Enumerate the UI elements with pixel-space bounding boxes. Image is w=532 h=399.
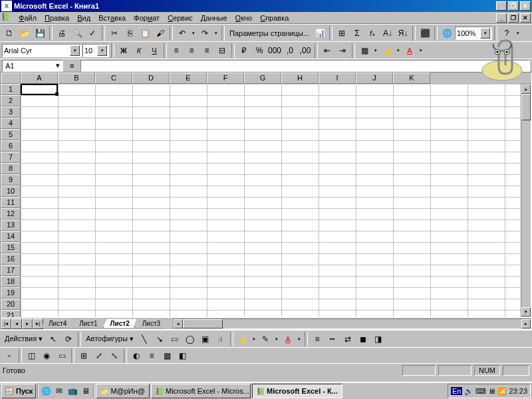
row-header[interactable]: 21: [1, 310, 21, 317]
x7-button[interactable]: ⤡: [107, 348, 122, 363]
align-center-button[interactable]: ≡: [184, 43, 199, 58]
fillcolor2-button[interactable]: ◢: [235, 332, 250, 346]
row-header[interactable]: 20: [1, 299, 21, 310]
row-header[interactable]: 1: [1, 84, 21, 95]
x9-button[interactable]: ≡: [144, 348, 159, 363]
col-header[interactable]: F: [207, 72, 244, 84]
font-combo[interactable]: Arial Cyr▾: [2, 44, 82, 57]
tray-icon[interactable]: 🖥: [488, 387, 495, 395]
dec-indent-button[interactable]: ⇤: [320, 43, 334, 58]
col-header[interactable]: A: [21, 72, 58, 84]
x8-button[interactable]: ◐: [129, 348, 144, 363]
horizontal-scrollbar[interactable]: ◂ ▸: [173, 319, 531, 329]
quicklaunch-icon[interactable]: 🌐: [40, 385, 52, 397]
x6-button[interactable]: ⤢: [92, 348, 106, 363]
name-box[interactable]: A1▾: [2, 60, 63, 72]
quicklaunch-icon[interactable]: ✉: [53, 385, 65, 397]
percent-button[interactable]: %: [252, 43, 267, 58]
italic-button[interactable]: К: [132, 43, 146, 58]
cut-button[interactable]: ✂: [107, 26, 122, 41]
menu-view[interactable]: Вид: [73, 13, 94, 23]
oval-button[interactable]: ◯: [183, 332, 198, 346]
fontcolor-dropdown[interactable]: ▾: [418, 48, 424, 53]
row-header[interactable]: 14: [1, 231, 21, 242]
row-header[interactable]: 9: [1, 174, 21, 186]
col-header[interactable]: J: [356, 72, 393, 84]
row-header[interactable]: 16: [1, 253, 21, 265]
fill2-dropdown[interactable]: ▾: [251, 336, 257, 342]
scroll-up-button[interactable]: ▴: [521, 84, 531, 94]
save-button[interactable]: 💾: [33, 26, 47, 41]
x10-button[interactable]: ▦: [160, 348, 174, 363]
menu-insert[interactable]: Вставка: [94, 13, 130, 23]
row-header[interactable]: 4: [1, 118, 21, 129]
map-button[interactable]: 🌐: [440, 26, 454, 41]
lang-indicator[interactable]: En: [451, 387, 462, 395]
spell-button[interactable]: ✓: [85, 26, 100, 41]
arrowstyle-button[interactable]: ⇄: [340, 332, 355, 346]
col-header[interactable]: K: [393, 72, 430, 84]
rectangle-button[interactable]: ▭: [168, 332, 182, 346]
dec-decimal-button[interactable]: ,00: [298, 43, 313, 58]
formula-input[interactable]: [80, 60, 530, 72]
quicklaunch-icon[interactable]: 🖥: [80, 385, 92, 397]
col-header[interactable]: B: [58, 72, 95, 84]
underline-button[interactable]: Ч: [147, 43, 162, 58]
align-left-button[interactable]: ≡: [169, 43, 184, 58]
row-header[interactable]: 8: [1, 163, 21, 174]
fill-color-button[interactable]: ◢: [380, 43, 394, 58]
textbox-button[interactable]: ▣: [198, 332, 213, 346]
row-header[interactable]: 10: [1, 186, 21, 197]
undo-button[interactable]: ↶: [175, 26, 190, 41]
system-tray[interactable]: En 🔊 ⌨ 🖥 📶 23:23: [448, 384, 531, 398]
sheet-tab[interactable]: Лист3: [135, 319, 168, 329]
chart-button[interactable]: 📊: [313, 26, 327, 41]
row-header[interactable]: 12: [1, 208, 21, 219]
sheet-tab[interactable]: Лист1: [72, 319, 104, 329]
menu-format[interactable]: Формат: [130, 13, 164, 23]
x3-button[interactable]: ◉: [39, 348, 54, 363]
menu-help[interactable]: Справка: [256, 13, 293, 23]
line2-dropdown[interactable]: ▾: [273, 336, 280, 342]
sort-asc-button[interactable]: A↓: [380, 26, 395, 41]
bold-button[interactable]: Ж: [116, 43, 131, 58]
actions-menu[interactable]: Действия ▾: [2, 334, 45, 343]
paste-button[interactable]: 📋: [138, 26, 152, 41]
dashstyle-button[interactable]: ┅: [325, 332, 340, 346]
wordart-button[interactable]: 𝐴: [213, 332, 228, 346]
sheet-tab[interactable]: Лист4: [41, 319, 74, 329]
function-button[interactable]: fₓ: [365, 26, 380, 41]
more-dropdown[interactable]: ▾: [515, 31, 521, 36]
arrow-button[interactable]: ↘: [152, 332, 167, 346]
x5-button[interactable]: ⊞: [76, 348, 91, 363]
linestyle-button[interactable]: ≡: [310, 332, 325, 346]
undo-dropdown[interactable]: ▾: [190, 31, 197, 36]
clippy-assistant[interactable]: [479, 37, 525, 84]
col-header[interactable]: H: [281, 72, 319, 84]
redo-dropdown[interactable]: ▾: [213, 31, 219, 36]
linecolor-button[interactable]: ✎: [258, 332, 273, 346]
autoshapes-menu[interactable]: Автофигуры ▾: [83, 334, 136, 343]
vertical-scrollbar[interactable]: ▴ ▾: [521, 84, 531, 317]
menu-edit[interactable]: Правка: [41, 13, 73, 23]
drawing-toggle-button[interactable]: ⬛: [418, 26, 432, 41]
cell-area[interactable]: [21, 84, 531, 317]
row-header[interactable]: 3: [1, 106, 21, 118]
new-button[interactable]: 🗋: [2, 26, 17, 41]
redo-button[interactable]: ↷: [198, 26, 212, 41]
tray-icon[interactable]: 🔊: [464, 387, 473, 396]
scroll-right-button[interactable]: ▸: [521, 319, 531, 329]
select-all-corner[interactable]: [1, 72, 21, 84]
row-header[interactable]: 19: [1, 287, 21, 299]
doc-minimize-button[interactable]: _: [496, 13, 507, 23]
currency-button[interactable]: ₽: [237, 43, 251, 58]
rotate-button[interactable]: ⟳: [61, 332, 76, 346]
select-objects-button[interactable]: ↖: [46, 332, 61, 346]
sum-button[interactable]: Σ: [350, 26, 364, 41]
x2-button[interactable]: ◫: [24, 348, 39, 363]
restore-button[interactable]: ❐: [508, 1, 519, 11]
scroll-down-button[interactable]: ▾: [521, 307, 531, 317]
menu-tools[interactable]: Сервис: [164, 13, 197, 23]
col-header[interactable]: E: [170, 72, 207, 84]
row-header[interactable]: 17: [1, 265, 21, 276]
